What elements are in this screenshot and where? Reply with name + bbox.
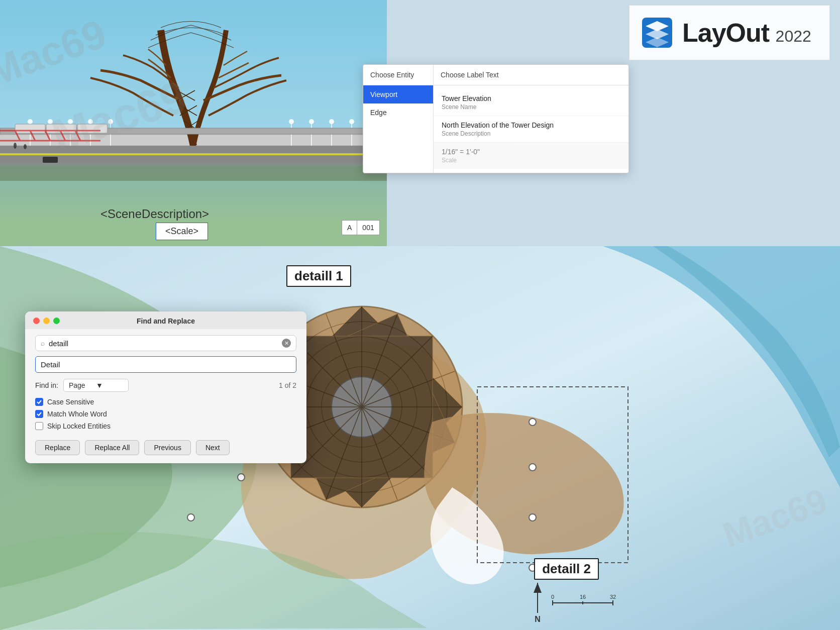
- svg-point-16: [48, 119, 53, 124]
- svg-point-23: [349, 119, 354, 124]
- detail-label-2: detaill 2: [534, 558, 599, 580]
- layout-logo-area: LayOut 2022: [629, 5, 830, 60]
- find-in-label: Find in:: [35, 381, 58, 389]
- svg-point-45: [24, 144, 27, 149]
- svg-point-70: [238, 474, 245, 481]
- match-whole-word-label: Match Whole Word: [47, 410, 107, 418]
- svg-point-22: [329, 119, 334, 124]
- svg-text:16: 16: [580, 594, 586, 600]
- dialog-titlebar: Find and Replace: [25, 311, 306, 329]
- svg-rect-47: [43, 157, 58, 163]
- match-whole-word-checkbox[interactable]: [35, 410, 43, 418]
- dropdown-arrow-icon: ▼: [96, 381, 123, 389]
- app-name: LayOut: [682, 18, 769, 47]
- case-sensitive-checkbox[interactable]: [35, 398, 43, 406]
- detail-label-1: detaill 1: [286, 265, 351, 287]
- svg-text:32: 32: [610, 594, 616, 600]
- find-in-value: Page: [69, 381, 96, 389]
- replace-row[interactable]: Detail: [35, 356, 296, 373]
- previous-button[interactable]: Previous: [144, 440, 190, 455]
- minimize-button[interactable]: [43, 318, 50, 324]
- skip-locked-label: Skip Locked Entities: [47, 422, 111, 430]
- case-sensitive-label: Case Sensitive: [47, 398, 94, 406]
- top-canvas: LayOut 2022 Choose Entity Choose Label T…: [0, 0, 840, 246]
- svg-text:N: N: [535, 615, 541, 623]
- clear-search-button[interactable]: ✕: [282, 339, 291, 348]
- svg-point-75: [529, 418, 536, 426]
- svg-point-15: [28, 119, 33, 124]
- search-row: ⌕ detaill ✕: [35, 335, 296, 351]
- traffic-lights: [33, 318, 60, 324]
- replace-input[interactable]: Detail: [41, 360, 291, 369]
- svg-point-20: [289, 119, 294, 124]
- label-option-scene-desc-sub: Scene Description: [442, 130, 620, 137]
- label-option-scene-name-sub: Scene Name: [442, 103, 620, 111]
- entity-item-edge[interactable]: Edge: [363, 103, 433, 122]
- search-input[interactable]: detaill: [49, 339, 282, 348]
- logo-text-container: LayOut 2022: [682, 18, 811, 48]
- dialog-buttons: Replace Replace All Previous Next: [25, 436, 306, 455]
- entity-items-list: Viewport Edge: [363, 85, 434, 173]
- label-option-scale: 1/16" = 1'-0" Scale: [434, 143, 628, 169]
- svg-rect-32: [0, 153, 387, 155]
- label-option-scale-title: 1/16" = 1'-0": [442, 148, 620, 156]
- label-option-scene-desc-title: North Elevation of the Tower Design: [442, 121, 620, 129]
- entity-list-area: Viewport Edge Tower Elevation Scene Name…: [363, 85, 628, 173]
- skip-locked-row: Skip Locked Entities: [35, 422, 296, 430]
- viewport-badge: A 001: [342, 220, 380, 235]
- choose-entity-header: Choose Entity: [363, 65, 434, 85]
- maximize-button[interactable]: [53, 318, 60, 324]
- label-option-scene-name[interactable]: Tower Elevation Scene Name: [434, 89, 628, 116]
- label-option-scene-name-title: Tower Elevation: [442, 94, 620, 102]
- dialog-body: ⌕ detaill ✕ Detail Find in: Page ▼ 1 of …: [25, 329, 306, 436]
- dialog-title: Find and Replace: [137, 317, 195, 325]
- match-whole-word-row: Match Whole Word: [35, 410, 296, 418]
- svg-point-17: [68, 119, 73, 124]
- panel-header: Choose Entity Choose Label Text: [363, 65, 628, 85]
- scene-description-label: <SceneDescription>: [100, 207, 209, 221]
- svg-point-71: [187, 514, 194, 521]
- svg-text:0: 0: [551, 594, 554, 600]
- viewport-badge-001: 001: [357, 221, 379, 235]
- next-button[interactable]: Next: [196, 440, 230, 455]
- svg-point-21: [309, 119, 314, 124]
- app-year: 2022: [776, 27, 811, 45]
- svg-point-18: [88, 119, 93, 124]
- case-sensitive-row: Case Sensitive: [35, 398, 296, 406]
- search-icon: ⌕: [41, 339, 45, 347]
- entity-label-panel: Choose Entity Choose Label Text Viewport…: [363, 64, 629, 173]
- label-options-list: Tower Elevation Scene Name North Elevati…: [434, 85, 628, 173]
- find-in-dropdown[interactable]: Page ▼: [63, 379, 129, 392]
- svg-rect-36: [77, 124, 108, 133]
- layout-logo-icon: [640, 15, 675, 50]
- skip-locked-checkbox[interactable]: [35, 422, 43, 430]
- replace-button[interactable]: Replace: [35, 440, 80, 455]
- close-button[interactable]: [33, 318, 40, 324]
- svg-point-73: [529, 514, 536, 521]
- label-option-scale-sub: Scale: [442, 157, 620, 164]
- svg-point-44: [14, 143, 17, 149]
- find-in-row: Find in: Page ▼ 1 of 2: [35, 379, 296, 392]
- viewport-badge-a: A: [342, 221, 357, 235]
- entity-item-viewport[interactable]: Viewport: [363, 85, 433, 103]
- result-count: 1 of 2: [279, 381, 296, 389]
- scale-label[interactable]: <Scale>: [156, 223, 208, 240]
- find-replace-dialog: Find and Replace ⌕ detaill ✕ Detail Find…: [25, 311, 306, 463]
- choose-label-header: Choose Label Text: [434, 65, 628, 85]
- svg-point-74: [529, 464, 536, 471]
- replace-all-button[interactable]: Replace All: [85, 440, 139, 455]
- label-option-scene-desc[interactable]: North Elevation of the Tower Design Scen…: [434, 116, 628, 143]
- svg-point-19: [108, 119, 113, 124]
